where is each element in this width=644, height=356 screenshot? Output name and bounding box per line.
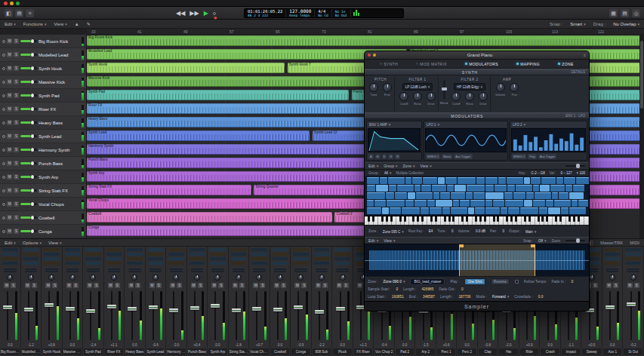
volume-field[interactable]: 0.0 dB (476, 229, 485, 233)
piano-black-key[interactable] (528, 216, 531, 222)
pan-knob[interactable] (69, 275, 75, 281)
send-slot[interactable] (606, 271, 619, 272)
pan-knob[interactable] (609, 275, 615, 281)
track-volume-slider[interactable] (20, 176, 37, 178)
zone-cell[interactable] (535, 192, 551, 199)
pan-knob[interactable] (214, 275, 220, 281)
insert-slot[interactable] (127, 262, 143, 265)
record-enable-button[interactable] (2, 108, 5, 111)
close-window-button[interactable] (4, 2, 8, 5)
send-slot[interactable] (274, 271, 287, 272)
slider-handle[interactable] (31, 94, 34, 97)
zone-cell[interactable] (572, 200, 578, 207)
zone-cell[interactable] (526, 192, 534, 199)
insert-slot[interactable] (314, 248, 330, 251)
filter1-drive-knob[interactable] (427, 92, 436, 101)
send-slot[interactable] (191, 269, 204, 270)
insert-slot[interactable] (605, 262, 621, 265)
piano-white-key[interactable] (584, 216, 589, 225)
track-volume-slider[interactable] (20, 162, 37, 164)
zone-cell[interactable] (388, 177, 405, 184)
volume-fader[interactable] (315, 310, 324, 314)
zone-cell[interactable] (440, 192, 450, 199)
slider-handle[interactable] (31, 216, 34, 219)
pan-knob[interactable] (589, 275, 595, 281)
send-slot[interactable] (233, 271, 245, 272)
insert-slot[interactable] (168, 262, 184, 265)
filter1-type-select[interactable]: LP 12dB Lush (402, 83, 433, 91)
solo-button[interactable]: S (14, 93, 19, 98)
piano-black-key[interactable] (461, 216, 464, 222)
loop-region-overlay[interactable] (459, 244, 535, 276)
insert-slot[interactable] (44, 262, 60, 265)
send-slot[interactable] (316, 269, 328, 270)
filter2-cutoff-knob[interactable] (451, 92, 461, 101)
send-slot[interactable] (316, 271, 328, 272)
solo-button[interactable]: S (156, 283, 162, 288)
zone-cell[interactable] (501, 207, 507, 214)
insert-slot[interactable] (334, 248, 350, 251)
solo-button[interactable]: S (14, 106, 19, 112)
mute-button[interactable]: M (606, 283, 612, 288)
lfo2-select[interactable]: LFO 2 (513, 122, 525, 127)
zone-cell[interactable] (402, 207, 420, 214)
zone-cell[interactable] (414, 200, 427, 207)
tab-mod-matrix[interactable]: MOD MATRIX (416, 62, 447, 66)
send-slot[interactable] (66, 269, 79, 270)
send-slot[interactable] (294, 271, 307, 272)
send-slot[interactable] (253, 271, 266, 272)
piano-black-key[interactable] (386, 216, 388, 222)
record-enable-button[interactable] (2, 135, 5, 138)
volume-fader[interactable] (149, 305, 158, 309)
zone-cell[interactable] (561, 207, 569, 214)
send-slot[interactable] (45, 269, 58, 270)
zone-cell[interactable] (389, 185, 396, 192)
filter2-type-select[interactable]: HP 12dB Edgy (454, 83, 485, 91)
insert-slot[interactable] (334, 253, 350, 256)
track-header[interactable]: MSSynth Lead (0, 130, 86, 143)
audio-region[interactable]: Cowbell (87, 212, 332, 222)
zone-cell[interactable] (556, 177, 563, 184)
zone-cell[interactable] (412, 177, 422, 184)
zone-cell[interactable] (485, 207, 500, 214)
solo-button[interactable]: S (198, 283, 203, 288)
pan-knob[interactable] (297, 275, 304, 281)
record-enable-button[interactable] (2, 94, 5, 97)
zone-cell[interactable] (367, 177, 379, 184)
track-volume-slider[interactable] (20, 54, 37, 56)
zone-cell[interactable] (438, 177, 445, 184)
one-shot-button[interactable]: One Shot (464, 278, 485, 285)
mixer-channel-strip[interactable]: MS-0.9Conga (291, 247, 312, 356)
record-enable-button[interactable] (2, 176, 5, 179)
mute-button[interactable]: M (7, 174, 12, 180)
track-header[interactable]: MSMassive Kick (0, 75, 86, 89)
zone-cell[interactable] (414, 185, 421, 192)
solo-button[interactable]: S (115, 283, 120, 288)
insert-slot[interactable] (251, 262, 267, 265)
piano-black-key[interactable] (484, 216, 486, 222)
mute-button[interactable]: M (7, 106, 12, 112)
mute-button[interactable]: M (170, 283, 175, 288)
pan-knob[interactable] (111, 275, 117, 281)
zone-cell[interactable] (416, 192, 433, 199)
lfo1-aux-trigger-button[interactable]: Aux Trigger (454, 154, 472, 159)
plugin-close-button[interactable] (368, 54, 371, 57)
zone-cell[interactable] (367, 207, 381, 214)
solo-button[interactable]: S (32, 283, 37, 288)
insert-slot[interactable] (148, 253, 164, 256)
track-header[interactable]: MSRiser FX (0, 103, 86, 116)
slider-handle[interactable] (31, 202, 34, 206)
zone-cell[interactable] (405, 177, 411, 184)
insert-slot[interactable] (273, 257, 288, 260)
zone-cell[interactable] (405, 200, 414, 207)
mute-button[interactable]: M (7, 229, 12, 234)
pan-knob[interactable] (28, 275, 34, 281)
track-volume-slider[interactable] (20, 67, 37, 69)
zone-cell[interactable] (460, 200, 470, 207)
zone-cell[interactable] (475, 207, 485, 214)
send-slot[interactable] (108, 269, 121, 270)
audio-region[interactable]: Synth Pad (87, 90, 349, 100)
piano-black-key[interactable] (538, 216, 540, 222)
details-button[interactable]: DETAILS (572, 70, 585, 74)
zone-cell[interactable] (395, 192, 407, 199)
